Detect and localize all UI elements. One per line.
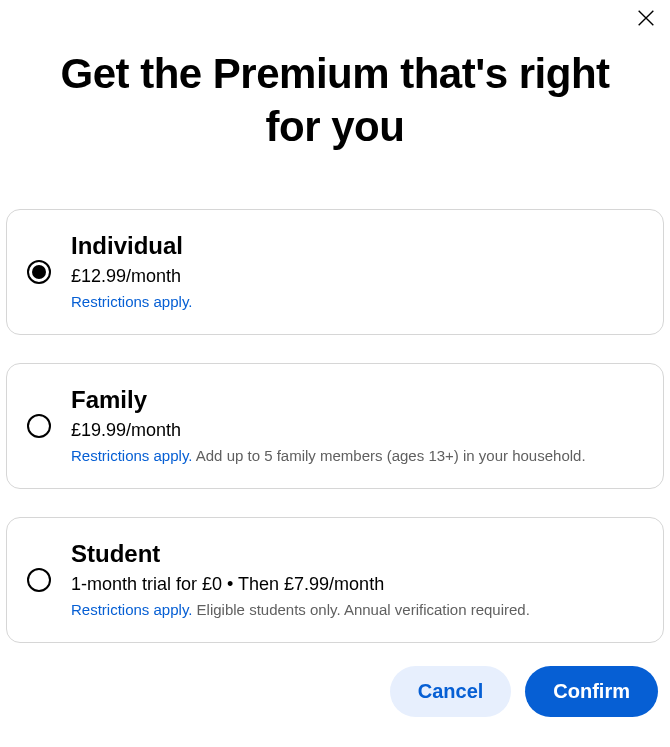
plan-note: Restrictions apply. xyxy=(71,291,643,312)
plan-note: Restrictions apply. Eligible students on… xyxy=(71,599,643,620)
restrictions-link[interactable]: Restrictions apply. xyxy=(71,447,192,464)
plan-name: Family xyxy=(71,386,643,414)
plan-option-family[interactable]: Family£19.99/monthRestrictions apply. Ad… xyxy=(6,363,664,489)
plan-price: £12.99/month xyxy=(71,266,643,287)
radio-family[interactable] xyxy=(27,414,51,438)
radio-student[interactable] xyxy=(27,568,51,592)
restrictions-link[interactable]: Restrictions apply. xyxy=(71,293,192,310)
close-button[interactable] xyxy=(632,6,660,34)
close-icon xyxy=(635,7,657,33)
plan-name: Individual xyxy=(71,232,643,260)
plan-option-student[interactable]: Student1-month trial for £0 • Then £7.99… xyxy=(6,517,664,643)
radio-dot xyxy=(32,265,46,279)
restrictions-link[interactable]: Restrictions apply. xyxy=(71,601,192,618)
plan-name: Student xyxy=(71,540,643,568)
dialog-footer: Cancel Confirm xyxy=(390,666,658,717)
plan-option-individual[interactable]: Individual£12.99/monthRestrictions apply… xyxy=(6,209,664,335)
page-title: Get the Premium that's right for you xyxy=(55,48,615,153)
plan-price: £19.99/month xyxy=(71,420,643,441)
confirm-button[interactable]: Confirm xyxy=(525,666,658,717)
cancel-button[interactable]: Cancel xyxy=(390,666,512,717)
plan-note-text: Eligible students only. Annual verificat… xyxy=(192,601,529,618)
radio-individual[interactable] xyxy=(27,260,51,284)
plan-note: Restrictions apply. Add up to 5 family m… xyxy=(71,445,643,466)
plan-price: 1-month trial for £0 • Then £7.99/month xyxy=(71,574,643,595)
plan-note-text: Add up to 5 family members (ages 13+) in… xyxy=(192,447,585,464)
